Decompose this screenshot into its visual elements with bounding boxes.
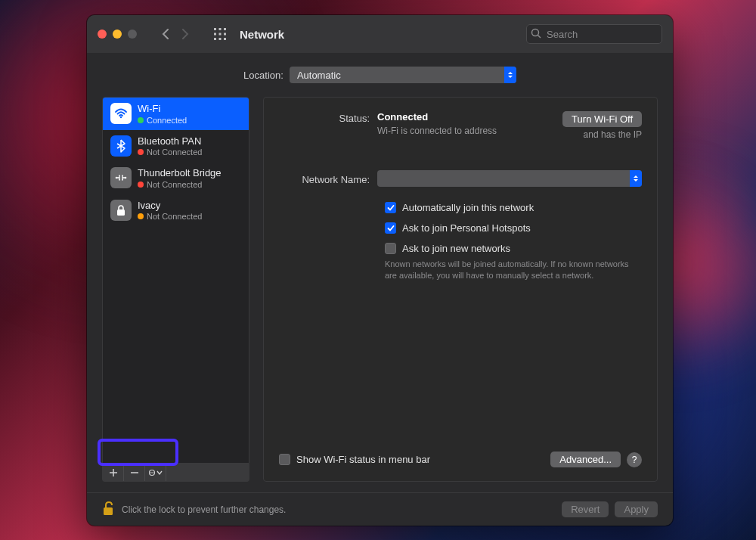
- search-icon: [531, 28, 541, 41]
- add-interface-button[interactable]: [103, 464, 124, 481]
- sidebar-toolbar: [102, 464, 249, 482]
- svg-point-22: [152, 472, 153, 473]
- sidebar-item-label: Ivacy: [138, 200, 202, 212]
- svg-point-11: [120, 116, 122, 118]
- detail-panel: Status: Connected Wi-Fi is connected to …: [263, 97, 658, 482]
- svg-rect-1: [219, 28, 222, 30]
- toggle-wifi-button[interactable]: Turn Wi-Fi Off: [562, 111, 642, 127]
- location-label: Location:: [243, 70, 284, 81]
- svg-rect-6: [214, 38, 216, 40]
- sidebar-item-status: Not Connected: [147, 212, 202, 221]
- revert-button[interactable]: Revert: [562, 501, 609, 517]
- svg-line-10: [538, 36, 541, 39]
- sidebar-item-wifi[interactable]: Wi-Fi Connected: [103, 98, 249, 130]
- ask-hotspot-checkbox[interactable]: [385, 222, 396, 234]
- lock-icon: [110, 200, 132, 221]
- sidebar-item-status: Connected: [147, 116, 187, 125]
- close-button[interactable]: [98, 29, 107, 39]
- svg-point-16: [122, 175, 123, 176]
- show-menubar-label: Show Wi-Fi status in menu bar: [296, 454, 430, 465]
- svg-rect-4: [219, 33, 222, 36]
- advanced-button[interactable]: Advanced...: [550, 452, 621, 467]
- svg-point-14: [119, 175, 120, 176]
- svg-rect-5: [224, 33, 226, 36]
- ask-new-networks-label: Ask to join new networks: [402, 243, 510, 254]
- sidebar-item-ivacy[interactable]: Ivacy Not Connected: [103, 194, 249, 227]
- status-dot-icon: [138, 213, 144, 219]
- back-button[interactable]: [156, 23, 175, 45]
- status-subtext-2: and has the IP: [584, 129, 642, 140]
- status-value: Connected: [377, 111, 428, 123]
- svg-point-17: [122, 179, 123, 181]
- sidebar-item-status: Not Connected: [147, 180, 202, 189]
- titlebar: Network: [87, 15, 673, 53]
- status-label: Status:: [279, 111, 377, 124]
- sidebar-item-label: Thunderbolt Bridge: [138, 167, 222, 179]
- remove-interface-button[interactable]: [124, 464, 145, 481]
- search-input[interactable]: [526, 24, 662, 44]
- location-dropdown[interactable]: Automatic: [290, 67, 516, 83]
- footer: Click the lock to prevent further change…: [87, 492, 673, 526]
- svg-rect-8: [224, 38, 226, 40]
- sidebar-item-status: Not Connected: [147, 147, 202, 157]
- lock-text: Click the lock to prevent further change…: [122, 504, 286, 515]
- svg-point-21: [151, 472, 152, 473]
- show-menubar-checkbox[interactable]: [279, 454, 290, 465]
- svg-rect-3: [214, 33, 216, 36]
- status-subtext: Wi-Fi is connected to address: [377, 125, 498, 137]
- thunderbolt-icon: [110, 167, 132, 188]
- interface-actions-menu[interactable]: [145, 464, 166, 481]
- apply-button[interactable]: Apply: [615, 501, 658, 517]
- status-dot-icon: [138, 182, 144, 188]
- ask-new-networks-checkbox[interactable]: [385, 243, 396, 254]
- sidebar-item-thunderbolt-bridge[interactable]: Thunderbolt Bridge Not Connected: [103, 162, 249, 194]
- svg-rect-2: [224, 28, 226, 30]
- sidebar-item-label: Bluetooth PAN: [138, 135, 202, 147]
- wifi-icon: [110, 103, 132, 124]
- window-title: Network: [240, 28, 284, 41]
- location-value: Automatic: [297, 70, 341, 81]
- status-dot-icon: [138, 117, 144, 123]
- auto-join-label: Automatically join this network: [402, 202, 534, 213]
- svg-rect-23: [104, 507, 113, 515]
- auto-join-checkbox[interactable]: [385, 202, 396, 213]
- ask-hotspot-label: Ask to join Personal Hotspots: [402, 222, 531, 234]
- svg-rect-18: [117, 209, 125, 216]
- minimize-button[interactable]: [113, 29, 122, 39]
- network-name-dropdown[interactable]: [377, 170, 642, 187]
- chevron-updown-icon: [630, 170, 642, 187]
- svg-point-9: [532, 29, 539, 36]
- status-dot-icon: [138, 149, 144, 155]
- show-all-icon[interactable]: [214, 28, 226, 40]
- traffic-lights: [98, 29, 137, 39]
- nav-buttons: [156, 23, 194, 45]
- help-button[interactable]: ?: [627, 452, 642, 467]
- chevron-updown-icon: [504, 67, 516, 83]
- sidebar-item-label: Wi-Fi: [138, 103, 187, 115]
- svg-point-15: [119, 179, 120, 181]
- sidebar-item-bluetooth-pan[interactable]: Bluetooth PAN Not Connected: [103, 130, 249, 163]
- network-name-label: Network Name:: [279, 172, 377, 185]
- svg-rect-7: [219, 38, 222, 40]
- forward-button[interactable]: [176, 23, 194, 45]
- unlock-icon[interactable]: [102, 501, 114, 518]
- svg-point-20: [150, 472, 150, 473]
- maximize-button[interactable]: [128, 29, 137, 39]
- network-preferences-window: Network Location: Automatic: [87, 15, 673, 526]
- new-networks-help-text: Known networks will be joined automatica…: [385, 259, 634, 282]
- bluetooth-icon: [110, 135, 132, 157]
- svg-rect-0: [214, 28, 216, 30]
- interface-list: Wi-Fi Connected Bluetooth PAN Not Connec…: [102, 97, 249, 464]
